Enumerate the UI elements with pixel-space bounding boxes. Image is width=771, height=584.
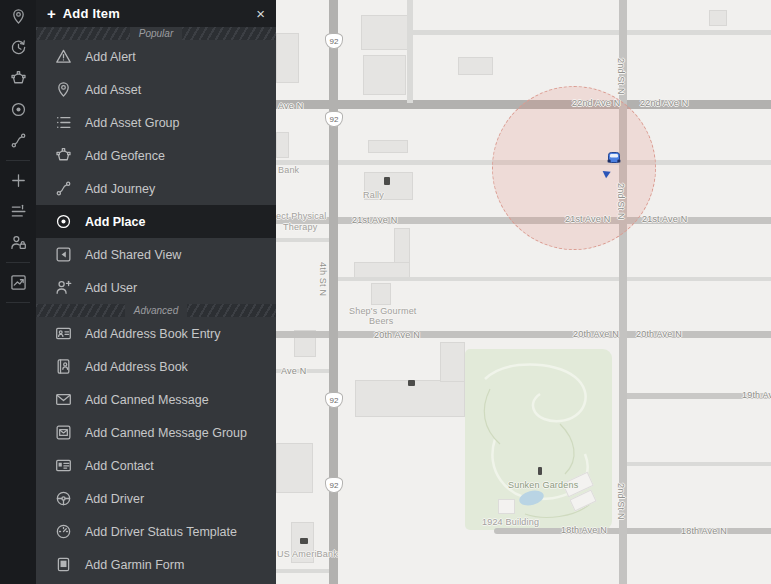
list-icon <box>55 114 72 131</box>
map-canvas[interactable]: 92929292Ave N22nd Ave N22nd Ave N21st Av… <box>276 0 771 584</box>
street-label: 2nd St N <box>616 58 626 95</box>
street-label: 18th Ave N <box>561 525 607 535</box>
us-92-shield: 92 <box>325 33 343 49</box>
map-road <box>410 30 771 35</box>
menu-item-add-garmin-form[interactable]: Add Garmin Form <box>36 548 276 581</box>
address-book-icon <box>55 358 72 375</box>
street-label: 2nd St N <box>616 183 626 220</box>
alert-triangle-icon <box>55 48 72 65</box>
close-icon[interactable]: × <box>256 6 265 21</box>
building <box>363 55 406 95</box>
panel-title: Add Item <box>63 6 120 21</box>
gauge-icon <box>55 523 72 540</box>
section-band-advanced: Advanced <box>36 304 276 317</box>
menu-item-label: Add Driver <box>85 492 144 506</box>
map-pin-icon <box>55 81 72 98</box>
map-road <box>276 238 329 242</box>
menu-item-add-address-book[interactable]: Add Address Book <box>36 350 276 383</box>
menu-item-label: Add Place <box>85 215 145 229</box>
journey-icon <box>55 180 72 197</box>
geofence-icon <box>55 147 72 164</box>
street-label: 20th Ave N <box>636 329 682 339</box>
insights-chart-icon[interactable] <box>0 267 36 298</box>
building <box>276 132 289 158</box>
poi-label: 1924 Building <box>482 517 539 527</box>
menu-item-add-journey[interactable]: Add Journey <box>36 172 276 205</box>
user-admin-icon[interactable] <box>0 227 36 258</box>
building <box>354 262 410 278</box>
rail-divider <box>6 160 30 161</box>
envelope-group-icon <box>55 424 72 441</box>
menu-item-add-user[interactable]: Add User <box>36 271 276 304</box>
vehicle-marker[interactable] <box>606 150 622 165</box>
shield-number: 92 <box>330 481 339 490</box>
street-label: 2nd St N <box>616 483 626 520</box>
geofence-icon[interactable] <box>0 63 36 94</box>
menu-item-add-contact[interactable]: Add Contact <box>36 449 276 482</box>
monument-icon <box>538 467 542 475</box>
envelope-icon <box>55 391 72 408</box>
history-icon[interactable] <box>0 32 36 63</box>
street-label: 4th St N <box>318 262 328 296</box>
building <box>276 33 299 83</box>
us-92-shield: 92 <box>325 477 343 493</box>
section-band-popular: Popular <box>36 27 276 40</box>
menu-item-label: Add Canned Message Group <box>85 426 247 440</box>
rail-divider <box>6 302 30 303</box>
street-label: 22nd Ave N <box>640 98 688 108</box>
menu-item-label: Add Contact <box>85 459 154 473</box>
building <box>276 443 313 493</box>
plus-icon[interactable] <box>0 165 36 196</box>
map-road <box>334 277 771 281</box>
map-road <box>276 331 771 338</box>
contact-card-icon <box>55 457 72 474</box>
menu-item-add-alert[interactable]: Add Alert <box>36 40 276 73</box>
menu-item-add-place[interactable]: Add Place <box>36 205 276 238</box>
menu-item-label: Add Canned Message <box>85 393 209 407</box>
poi-label: Shep's Gourmet <box>349 306 417 316</box>
building <box>498 499 515 514</box>
menu-item-label: Add Address Book Entry <box>85 327 221 341</box>
shared-view-icon <box>55 246 72 263</box>
menu-item-add-address-book-entry[interactable]: Add Address Book Entry <box>36 317 276 350</box>
add-item-panel: + Add Item × PopularAdd AlertAdd AssetAd… <box>36 0 276 584</box>
app-root: + Add Item × PopularAdd AlertAdd AssetAd… <box>0 0 771 584</box>
journey-icon[interactable] <box>0 125 36 156</box>
steering-wheel-icon <box>55 490 72 507</box>
menu-item-label: Add Garmin Form <box>85 558 184 572</box>
building <box>368 140 408 153</box>
poi-label: Therapy <box>283 222 317 232</box>
bank-icon <box>300 538 308 544</box>
menu-item-add-canned-message-group[interactable]: Add Canned Message Group <box>36 416 276 449</box>
map-pin-icon[interactable] <box>0 1 36 32</box>
menu-item-add-driver-status-template[interactable]: Add Driver Status Template <box>36 515 276 548</box>
panel-header: + Add Item × <box>36 0 276 27</box>
building <box>371 283 391 305</box>
section-label: Advanced <box>125 304 187 317</box>
menu-item-add-asset[interactable]: Add Asset <box>36 73 276 106</box>
street-label: Ave N <box>278 101 303 111</box>
map-road <box>494 528 771 534</box>
menu-item-label: Add Shared View <box>85 248 181 262</box>
fuel-pump-icon <box>384 177 390 185</box>
user-plus-icon <box>55 279 72 296</box>
menu-item-label: Add Geofence <box>85 149 165 163</box>
list-settings-icon[interactable] <box>0 196 36 227</box>
menu-item-add-driver[interactable]: Add Driver <box>36 482 276 515</box>
menu-item-add-geofence[interactable]: Add Geofence <box>36 139 276 172</box>
place-radius-circle[interactable] <box>492 86 656 250</box>
menu-item-add-asset-group[interactable]: Add Asset Group <box>36 106 276 139</box>
place-target-icon <box>55 213 72 230</box>
poi-label: Bank <box>278 165 299 175</box>
menu-item-add-shared-view[interactable]: Add Shared View <box>36 238 276 271</box>
place-target-icon[interactable] <box>0 94 36 125</box>
menu-item-add-canned-message[interactable]: Add Canned Message <box>36 383 276 416</box>
street-label: 19th Ave N <box>742 390 771 400</box>
street-label: 21st Ave N <box>565 214 610 224</box>
map-road <box>276 569 333 573</box>
poi-label: Beers <box>369 316 394 326</box>
street-label: 20th Ave N <box>573 329 619 339</box>
building <box>458 57 493 75</box>
shield-number: 92 <box>330 37 339 46</box>
menu-body: PopularAdd AlertAdd AssetAdd Asset Group… <box>36 27 276 581</box>
